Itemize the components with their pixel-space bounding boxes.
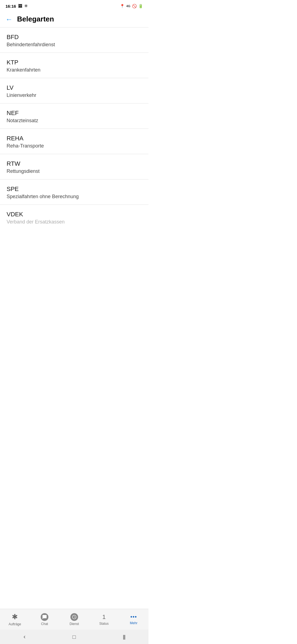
list-item[interactable]: KTP Krankenfahrten (0, 53, 148, 78)
item-code: KTP (7, 59, 142, 66)
item-description: Krankenfahrten (7, 67, 142, 73)
list-item[interactable]: REHA Reha-Transporte (0, 129, 148, 154)
item-code: BFD (7, 34, 142, 41)
back-button[interactable]: ← (6, 16, 13, 23)
item-description: Notarzteinsatz (7, 118, 142, 124)
image-icon: 🖼 (18, 4, 22, 8)
status-bar-left: 16:16 🖼 ✳ (6, 4, 28, 9)
time-display: 16:16 (6, 4, 16, 9)
list-item[interactable]: RTW Rettungsdienst (0, 154, 148, 179)
status-bar: 16:16 🖼 ✳ 📍 4G 🚫 🔋 (0, 0, 148, 11)
item-code: LV (7, 84, 142, 91)
item-description: Verband der Ersatzkassen (7, 219, 142, 225)
item-description: Spezialfahrten ohne Berechnung (7, 194, 142, 200)
item-code: SPE (7, 185, 142, 193)
status-bar-right: 📍 4G 🚫 🔋 (120, 4, 143, 8)
bluetooth-icon: ✳ (24, 4, 28, 9)
battery-icon: 🔋 (138, 4, 143, 8)
item-description: Behindertenfahrdienst (7, 42, 142, 48)
item-description: Linienverkehr (7, 92, 142, 98)
belegarten-list: BFD Behindertenfahrdienst KTP Krankenfah… (0, 28, 148, 230)
item-code: NEF (7, 110, 142, 117)
page-title: Belegarten (17, 15, 54, 23)
network-icon: 4G (126, 4, 130, 8)
list-item[interactable]: SPE Spezialfahrten ohne Berechnung (0, 179, 148, 205)
item-description: Rettungsdienst (7, 168, 142, 174)
list-item[interactable]: VDEK Verband der Ersatzkassen (0, 205, 148, 230)
item-description: Reha-Transporte (7, 143, 142, 149)
list-item[interactable]: BFD Behindertenfahrdienst (0, 28, 148, 53)
item-code: VDEK (7, 211, 142, 218)
list-item[interactable]: LV Linienverkehr (0, 78, 148, 103)
item-code: REHA (7, 135, 142, 142)
location-icon: 📍 (120, 4, 125, 8)
item-code: RTW (7, 160, 142, 167)
list-item[interactable]: NEF Notarzteinsatz (0, 103, 148, 129)
page-header: ← Belegarten (0, 11, 148, 28)
no-entry-icon: 🚫 (132, 4, 137, 8)
